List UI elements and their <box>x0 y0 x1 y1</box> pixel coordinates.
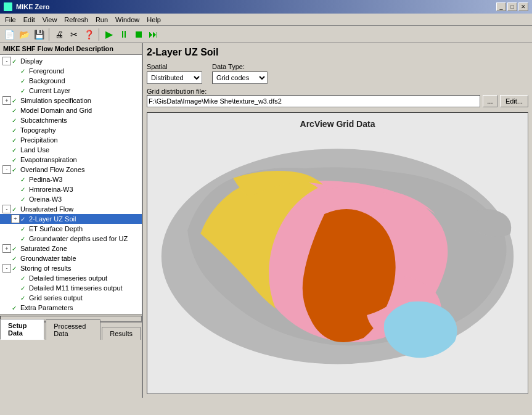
tree-label-grid-series: Grid series output <box>29 294 83 302</box>
run-skip-btn[interactable]: ⏭ <box>147 28 160 41</box>
tree-label-current-layer: Current Layer <box>29 87 70 94</box>
run-play-btn[interactable]: ▶ <box>102 28 116 41</box>
tree-item-extra-params[interactable]: ✓Extra Parameters <box>0 303 142 313</box>
tree-item-background[interactable]: ✓Background <box>0 76 142 86</box>
panel-title: 2-Layer UZ Soil <box>147 47 528 58</box>
menu-view[interactable]: View <box>39 15 61 25</box>
check-icon-model-domain: ✓ <box>12 107 19 114</box>
map-area: ArcView Grid Data <box>147 112 528 394</box>
tree-expand-saturated-zone[interactable]: + <box>2 244 11 253</box>
tree-item-groundwater-depths[interactable]: ✓Groundwater depths used for UZ <box>0 234 142 244</box>
check-icon-topography: ✓ <box>12 127 19 134</box>
check-icon-saturated-zone: ✓ <box>12 245 19 252</box>
tree-expand-empty-grid-series <box>11 294 20 302</box>
spatial-group: Spatial DistributedUniform <box>147 63 202 84</box>
tree-label-detailed-timeseries: Detailed timeseries output <box>29 274 107 282</box>
check-icon-groundwater-table: ✓ <box>12 255 19 262</box>
title-bar-text: MIKE Zero <box>16 3 493 10</box>
tree-item-oreina-w3[interactable]: ✓Oreina-W3 <box>0 194 142 204</box>
tree-expand-empty-pedina-w3 <box>11 175 20 184</box>
run-pause-btn[interactable]: ⏸ <box>117 28 131 41</box>
title-bar: MIKE Zero _ □ ✕ <box>0 0 532 14</box>
tree-item-storing-results[interactable]: -✓Storing of results <box>0 263 142 273</box>
bottom-tabs: Setup Data Processed Data Results <box>0 323 142 340</box>
map-svg <box>147 113 528 393</box>
tree-expand-2layer-uz-soil[interactable]: + <box>11 215 20 223</box>
tree-item-unsaturated-flow[interactable]: -✓Unsaturated Flow <box>0 204 142 214</box>
check-icon-pedina-w3: ✓ <box>20 176 28 183</box>
left-panel-title: MIKE SHF Flow Model Description <box>0 43 142 55</box>
tab-processed-data[interactable]: Processed Data <box>46 319 100 340</box>
check-icon-current-layer: ✓ <box>20 88 28 94</box>
tree-item-land-use[interactable]: ✓Land Use <box>0 145 142 155</box>
check-icon-display: ✓ <box>12 58 19 65</box>
open-button[interactable]: 📂 <box>17 28 31 41</box>
check-icon-et-surface-depth: ✓ <box>20 226 28 232</box>
tree-label-evapotranspiration: Evapotranspiration <box>20 156 77 163</box>
check-icon-background: ✓ <box>20 78 28 84</box>
tree-container: -✓Display✓Foreground✓Background✓Current … <box>0 55 142 314</box>
check-icon-overland-flow: ✓ <box>12 166 19 173</box>
left-panel: MIKE SHF Flow Model Description -✓Displa… <box>0 43 143 314</box>
tree-item-precipitation[interactable]: ✓Precipitation <box>0 135 142 145</box>
tree-item-simulation-spec[interactable]: +✓Simulation specification <box>0 96 142 105</box>
tree-label-overland-flow: Overland Flow Zones <box>20 166 85 173</box>
save-button[interactable]: 💾 <box>32 28 46 41</box>
tree-item-detailed-m11[interactable]: ✓Detailed M11 timeseries output <box>0 283 142 293</box>
tree-expand-storing-results[interactable]: - <box>2 264 11 273</box>
tree-item-grid-series[interactable]: ✓Grid series output <box>0 293 142 303</box>
tree-item-subcatchments[interactable]: ✓Subcatchments <box>0 115 142 125</box>
tree-expand-unsaturated-flow[interactable]: - <box>2 205 11 213</box>
tree-item-current-layer[interactable]: ✓Current Layer <box>0 86 142 96</box>
title-bar-buttons: _ □ ✕ <box>496 2 528 11</box>
file-path-input[interactable] <box>147 95 480 107</box>
tab-setup-data[interactable]: Setup Data <box>0 319 44 340</box>
tree-expand-empty-evapotranspiration <box>2 155 11 164</box>
edit-button[interactable]: Edit... <box>500 95 528 107</box>
spatial-select[interactable]: DistributedUniform <box>147 72 202 84</box>
tree-expand-empty-detailed-m11 <box>11 284 20 292</box>
tree-label-hmroreina-w3: Hmroreina-W3 <box>29 186 73 193</box>
tree-item-display[interactable]: -✓Display <box>0 56 142 66</box>
tree-expand-display[interactable]: - <box>2 57 11 65</box>
tree-item-pedina-w3[interactable]: ✓Pedina-W3 <box>0 175 142 184</box>
tree-expand-empty-et-surface-depth <box>11 224 20 233</box>
tree-item-foreground[interactable]: ✓Foreground <box>0 66 142 76</box>
tree-item-groundwater-table[interactable]: ✓Groundwater table <box>0 253 142 263</box>
tree-item-overland-flow[interactable]: -✓Overland Flow Zones <box>0 165 142 175</box>
run-stop-btn[interactable]: ⏹ <box>132 28 145 41</box>
close-btn[interactable]: ✕ <box>518 2 528 11</box>
maximize-btn[interactable]: □ <box>507 2 517 11</box>
menu-run[interactable]: Run <box>92 15 112 25</box>
tree-expand-overland-flow[interactable]: - <box>2 165 11 174</box>
tree-item-et-surface-depth[interactable]: ✓ET Surface Depth <box>0 224 142 234</box>
menu-file[interactable]: File <box>1 15 20 25</box>
app-icon <box>4 2 12 11</box>
tree-item-model-domain[interactable]: ✓Model Domain and Grid <box>0 105 142 115</box>
new-button[interactable]: 📄 <box>2 28 16 41</box>
menu-edit[interactable]: Edit <box>20 15 39 25</box>
minimize-btn[interactable]: _ <box>496 2 506 11</box>
browse-button[interactable]: ... <box>483 95 497 107</box>
menu-help[interactable]: Help <box>143 15 165 25</box>
menu-window[interactable]: Window <box>112 15 143 25</box>
tree-expand-simulation-spec[interactable]: + <box>2 96 11 105</box>
help-button[interactable]: ❓ <box>82 28 96 41</box>
menu-refresh[interactable]: Refresh <box>60 15 92 25</box>
tree-item-hmroreina-w3[interactable]: ✓Hmroreina-W3 <box>0 184 142 194</box>
check-icon-simulation-spec: ✓ <box>12 97 19 104</box>
print-button[interactable]: 🖨 <box>52 28 66 41</box>
tree-label-land-use: Land Use <box>20 146 49 154</box>
tree-label-simulation-spec: Simulation specification <box>20 97 91 104</box>
tree-item-saturated-zone[interactable]: +✓Saturated Zone <box>0 244 142 253</box>
tree-expand-empty-groundwater-depths <box>11 234 20 243</box>
cut-button[interactable]: ✂ <box>67 28 81 41</box>
tab-results[interactable]: Results <box>102 327 141 340</box>
tree-item-evapotranspiration[interactable]: ✓Evapotranspiration <box>0 155 142 165</box>
tree-label-extra-params: Extra Parameters <box>20 304 73 311</box>
tree-item-detailed-timeseries[interactable]: ✓Detailed timeseries output <box>0 273 142 283</box>
tree-item-topography[interactable]: ✓Topography <box>0 125 142 135</box>
data-type-select[interactable]: Grid codesValues <box>212 72 268 84</box>
tree-item-2layer-uz-soil[interactable]: +✓2-Layer UZ Soil <box>0 214 142 224</box>
check-icon-2layer-uz-soil: ✓ <box>20 216 28 223</box>
